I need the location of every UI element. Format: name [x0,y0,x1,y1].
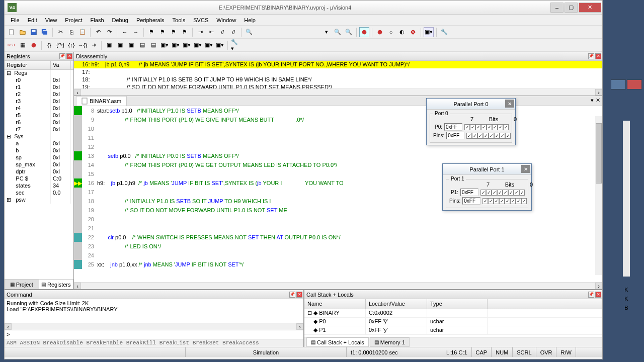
watch-window-icon[interactable]: ▣▾ [159,40,170,50]
minimize-button[interactable]: – [550,3,564,13]
undo-icon[interactable]: ↶ [93,27,103,37]
reg-col-value[interactable]: Va [51,61,71,69]
menu-debug[interactable]: Debug [108,16,132,25]
locals-col-type[interactable]: Type [427,299,488,309]
register-row[interactable]: b0xl [5,147,73,154]
register-row[interactable]: r50xl [5,112,73,119]
menu-svcs[interactable]: SVCS [189,16,212,25]
parallel-port-1-panel[interactable]: Parallel Port 1✕ Port 1 7Bits0 P1: Pins: [442,163,532,211]
paste-icon[interactable]: 📋 [77,27,88,37]
tab-registers[interactable]: ▤ Registers [39,280,74,289]
symbol-window-icon[interactable]: ▣ [126,40,136,50]
find-icon[interactable]: 🔍 [244,27,254,37]
code-line[interactable]: 24 [74,251,602,260]
outdent-icon[interactable]: ⇤ [206,27,216,37]
scroll-right-icon[interactable]: › [595,89,602,96]
tab-dropdown-icon[interactable]: ▾ [591,97,594,104]
code-line[interactable]: 10 [74,124,602,133]
menu-peripherals[interactable]: Peripherals [132,16,169,25]
breakpoint-disable-icon[interactable]: ○ [386,27,396,37]
nav-back-icon[interactable]: ← [120,27,130,37]
menu-view[interactable]: View [41,16,61,25]
cmd-scroll-h[interactable]: ‹› [5,323,303,330]
pane-pin-icon[interactable]: 📌 [59,53,65,59]
close-button[interactable]: ✕ [579,3,601,13]
tab-memory[interactable]: ▤ Memory 1 [370,337,410,347]
editor-scroll-h[interactable]: ‹ › [74,282,602,289]
serial-window-icon[interactable]: ▣▾ [182,40,192,50]
side-scroll[interactable] [623,121,630,277]
callstack-window-icon[interactable]: ▤ [148,40,158,50]
maximize-button[interactable]: ▢ [565,3,578,13]
new-icon[interactable] [7,27,17,37]
bookmark-prev-icon[interactable]: ⚑ [157,27,168,37]
register-row[interactable]: a0xl [5,140,73,147]
register-row[interactable]: sp_max0xl [5,161,73,168]
code-line[interactable]: 13 setb p0.0 /* INITIALLY P0.0 IS SETB M… [74,151,602,160]
disasm-window-icon[interactable]: ▣ [115,40,125,50]
menu-flash[interactable]: Flash [87,16,108,25]
register-row[interactable]: r20xl [5,91,73,98]
tree-psw[interactable]: ⊞ psw [5,197,51,204]
save-icon[interactable] [29,27,39,37]
register-row[interactable]: states34 [5,183,73,190]
register-row[interactable]: r10xl [5,84,73,91]
code-line[interactable]: 11 [74,133,602,142]
command-output[interactable]: Running with Code Size Limit: 2K Load "E… [5,299,303,323]
editor-scroll-v[interactable] [595,116,602,275]
scroll-right-icon[interactable]: › [595,283,602,289]
nav-fwd-icon[interactable]: → [131,27,141,37]
step-icon[interactable]: {} [44,40,54,50]
debug-icon[interactable] [359,27,369,37]
config-icon[interactable]: 🔧 [439,27,449,37]
disassembly-body[interactable]: 16: h9: jb p1.0,h9 /* jb MEANS 'JUMP IF … [74,61,602,88]
disasm-pin-icon[interactable]: 📌 [588,53,594,59]
copy-icon[interactable]: ⎘ [66,27,76,37]
command-input-row[interactable]: > [5,330,303,339]
register-row[interactable]: r60xl [5,119,73,126]
breakpoint-icon[interactable] [375,27,385,37]
window-icon[interactable]: ▣▾ [424,27,434,37]
code-line[interactable]: 12 [74,142,602,151]
tree-sys[interactable]: ⊟ Sys [5,133,51,140]
bookmark-clear-icon[interactable]: ⚑ [180,27,190,37]
open-icon[interactable] [18,27,28,37]
register-row[interactable]: dptr0xl [5,168,73,175]
bookmark-next-icon[interactable]: ⚑ [169,27,179,37]
code-line[interactable]: 25 xx: jnb p1.0,xx /* jnb MEANS 'JUMP IF… [74,260,602,269]
side-close-icon[interactable] [627,79,642,89]
tree-regs[interactable]: ⊟ Regs [5,70,51,77]
code-line[interactable]: 9 /* FROM THIS PORT (P1.0) WE GIVE INPUT… [74,115,602,124]
menu-edit[interactable]: Edit [24,16,41,25]
disasm-close-icon[interactable]: ✕ [595,53,601,59]
cmd-close-icon[interactable]: ✕ [296,292,302,298]
run-icon[interactable]: ▦ [18,40,28,50]
register-row[interactable]: r30xl [5,98,73,105]
menu-project[interactable]: Project [61,16,86,25]
step-over-icon[interactable]: {↷} [55,40,65,50]
register-row[interactable]: r40xl [5,105,73,112]
register-row[interactable]: r70xl [5,126,73,133]
show-next-icon[interactable]: ➜ [89,40,99,50]
port0-close-icon[interactable]: ✕ [505,100,514,108]
port1-close-icon[interactable]: ✕ [521,165,530,173]
step-out-icon[interactable]: {↑} [66,40,76,50]
disasm-line[interactable]: 17: [74,68,602,76]
cmd-pin-icon[interactable]: 📌 [289,292,295,298]
stop-icon[interactable] [29,40,39,50]
port1-pins-input[interactable] [462,197,480,205]
side-min-icon[interactable] [611,79,626,89]
port1-pins-bits[interactable] [482,198,527,204]
save-all-icon[interactable] [40,27,50,37]
find-repl-icon[interactable]: 🔍 [333,27,343,37]
disasm-line[interactable]: 18: /* INITIALLY P1.0 IS SETB SO IT JUMP… [74,76,602,83]
register-row[interactable]: sp0xl [5,154,73,161]
comment-icon[interactable]: // [217,27,227,37]
cmd-window-icon[interactable]: ▣ [104,40,114,50]
memory-window-icon[interactable]: ▣▾ [171,40,181,50]
menu-help[interactable]: Help [240,16,260,25]
disasm-scroll-h[interactable]: ‹ › [74,88,602,96]
redo-icon[interactable]: ↷ [104,27,114,37]
scroll-left-icon[interactable]: ‹ [74,89,81,96]
code-line[interactable]: 8 start:setb p1.0 /*INITIALLY P1.0 IS SE… [74,106,602,115]
